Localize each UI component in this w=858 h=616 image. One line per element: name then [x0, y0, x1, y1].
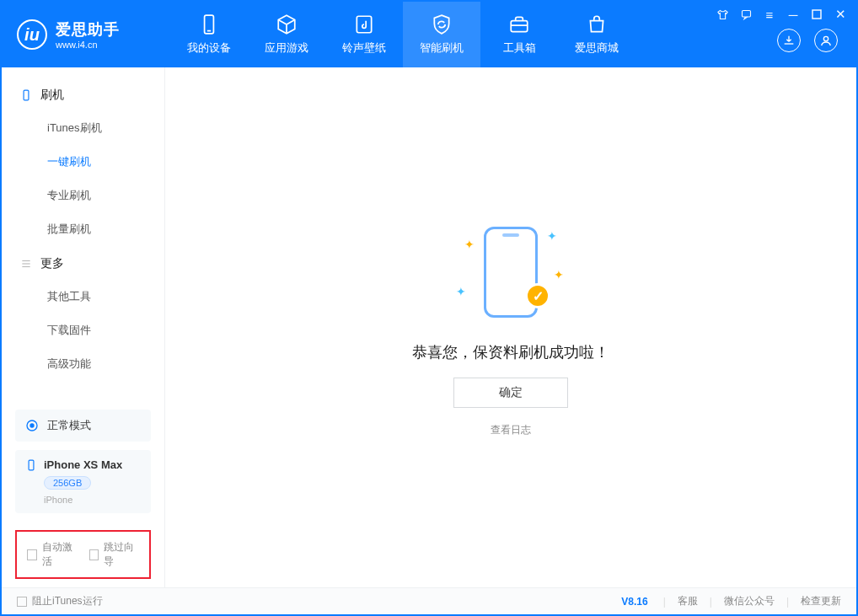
sidebar-section-flash: 刷机: [2, 78, 164, 111]
svg-rect-14: [29, 460, 34, 470]
device-info-box[interactable]: iPhone XS Max 256GB iPhone: [15, 450, 151, 513]
checkbox-block-itunes[interactable]: 阻止iTunes运行: [17, 594, 103, 608]
checkbox-skip-guide[interactable]: 跳过向导: [89, 540, 140, 569]
checkbox-auto-activate[interactable]: 自动激活: [27, 540, 78, 569]
section-title: 刷机: [40, 88, 64, 103]
tab-store[interactable]: 爱思商城: [558, 2, 635, 67]
download-manager-icon[interactable]: [777, 29, 801, 52]
checkbox-label: 自动激活: [42, 540, 78, 569]
tab-label: 我的设备: [187, 40, 231, 56]
sparkle-icon: ✦: [456, 285, 466, 298]
success-message: 恭喜您，保资料刷机成功啦！: [412, 342, 609, 362]
sidebar-item-batch-flash[interactable]: 批量刷机: [2, 212, 164, 246]
nav-tabs: 我的设备 应用游戏 铃声壁纸 智能刷机 工具箱 爱思商城: [170, 2, 635, 67]
phone-small-icon: [20, 89, 32, 101]
list-icon: [20, 258, 32, 270]
ok-button[interactable]: 确定: [453, 378, 568, 408]
mode-icon: [25, 419, 39, 432]
sidebar-item-download-firmware[interactable]: 下载固件: [2, 313, 164, 347]
device-icon: [25, 459, 37, 471]
svg-rect-3: [511, 21, 528, 32]
version-label: V8.16: [621, 596, 647, 608]
checkbox-label: 跳过向导: [104, 540, 139, 569]
brand-logo-icon: iu: [17, 19, 47, 50]
user-account-icon[interactable]: [814, 29, 838, 52]
phone-icon: [198, 13, 220, 35]
svg-rect-7: [812, 10, 821, 19]
maximize-icon[interactable]: [809, 7, 824, 22]
status-bar: 阻止iTunes运行 V8.16 | 客服 | 微信公众号 | 检查更新: [2, 587, 856, 614]
minimize-icon[interactable]: ─: [786, 7, 801, 22]
checkbox-icon: [89, 549, 99, 560]
sidebar-item-oneclick-flash[interactable]: 一键刷机: [2, 145, 164, 179]
sidebar-item-itunes-flash[interactable]: iTunes刷机: [2, 111, 164, 145]
music-file-icon: [353, 13, 375, 35]
view-log-link[interactable]: 查看日志: [491, 423, 531, 437]
sidebar-item-other-tools[interactable]: 其他工具: [2, 280, 164, 313]
sparkle-icon: ✦: [464, 238, 475, 251]
sparkle-icon: ✦: [554, 268, 564, 281]
sidebar-item-pro-flash[interactable]: 专业刷机: [2, 179, 164, 212]
sidebar-item-advanced[interactable]: 高级功能: [2, 347, 164, 381]
sidebar-section-more: 更多: [2, 246, 164, 280]
bag-icon: [586, 13, 608, 35]
tab-smart-flash[interactable]: 智能刷机: [403, 2, 480, 67]
check-badge-icon: ✓: [525, 283, 550, 308]
brand-url: www.i4.cn: [56, 40, 120, 50]
device-name: iPhone XS Max: [44, 458, 122, 471]
tab-label: 智能刷机: [420, 40, 464, 56]
cube-icon: [276, 13, 298, 35]
link-wechat[interactable]: 微信公众号: [724, 594, 775, 608]
device-mode-box[interactable]: 正常模式: [15, 410, 151, 442]
tab-label: 铃声壁纸: [342, 40, 386, 56]
sparkle-icon: ✦: [547, 229, 557, 243]
svg-point-5: [823, 36, 828, 40]
svg-rect-6: [742, 10, 750, 17]
tab-toolbox[interactable]: 工具箱: [480, 2, 558, 67]
brand: iu 爱思助手 www.i4.cn: [2, 19, 170, 50]
tab-label: 工具箱: [503, 40, 536, 56]
toolbox-icon: [508, 13, 530, 35]
shield-sync-icon: [431, 13, 453, 35]
brand-name: 爱思助手: [56, 19, 120, 40]
svg-rect-8: [24, 90, 29, 100]
feedback-icon[interactable]: [738, 7, 753, 22]
checkbox-icon: [17, 597, 27, 607]
tshirt-icon[interactable]: [715, 7, 730, 22]
mode-label: 正常模式: [47, 418, 91, 433]
tab-ringtone-wallpaper[interactable]: 铃声壁纸: [325, 2, 403, 67]
checkbox-icon: [27, 549, 37, 560]
main-content: ✦ ✦ ✦ ✦ ✓ 恭喜您，保资料刷机成功啦！ 确定 查看日志: [165, 67, 856, 587]
device-storage: 256GB: [44, 476, 91, 490]
topbar: iu 爱思助手 www.i4.cn 我的设备 应用游戏 铃声壁纸 智能刷机: [2, 2, 856, 67]
link-check-update[interactable]: 检查更新: [801, 594, 841, 608]
svg-point-13: [30, 424, 34, 427]
tab-label: 应用游戏: [265, 40, 308, 56]
tab-my-device[interactable]: 我的设备: [170, 2, 248, 67]
menu-icon[interactable]: ≡: [762, 7, 777, 22]
flash-options-highlight: 自动激活 跳过向导: [15, 530, 151, 579]
success-illustration: ✦ ✦ ✦ ✦ ✓: [456, 217, 566, 327]
tab-label: 爱思商城: [575, 40, 619, 56]
section-title: 更多: [40, 256, 64, 271]
close-icon[interactable]: ✕: [833, 7, 848, 22]
checkbox-label: 阻止iTunes运行: [32, 594, 103, 608]
sidebar: 刷机 iTunes刷机 一键刷机 专业刷机 批量刷机 更多 其他工具 下载固件 …: [2, 67, 165, 587]
tab-apps[interactable]: 应用游戏: [248, 2, 325, 67]
link-customer-service[interactable]: 客服: [678, 594, 698, 608]
device-type: iPhone: [44, 495, 72, 505]
